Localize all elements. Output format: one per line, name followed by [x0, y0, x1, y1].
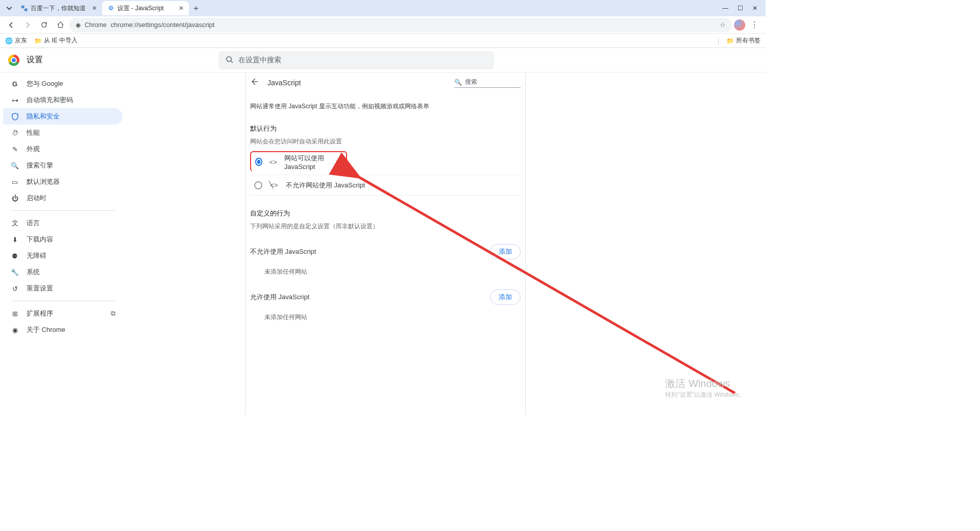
panel-description: 网站通常使用 JavaScript 显示互动功能，例如视频游戏或网络表单 — [250, 102, 521, 111]
tab-title: 百度一下，你就知道 — [31, 4, 89, 13]
section-custom-sub: 下列网站采用的是自定义设置（而非默认设置） — [250, 222, 521, 231]
close-icon[interactable]: ✕ — [92, 5, 97, 12]
search-icon: 🔍 — [454, 79, 462, 86]
a11y-icon: ⚉ — [10, 252, 19, 260]
nav-google[interactable]: G您与 Google — [3, 76, 122, 92]
code-icon: <> — [270, 158, 277, 166]
key-icon: ⊶ — [10, 96, 19, 104]
nav-search-engine[interactable]: 🔍搜索引擎 — [3, 157, 122, 174]
new-tab-button[interactable]: ＋ — [189, 1, 203, 15]
tab-settings[interactable]: ⚙ 设置 - JavaScript ✕ — [102, 1, 189, 15]
radio-label: 不允许网站使用 JavaScript — [286, 181, 365, 190]
panel-search[interactable]: 🔍搜索 — [454, 78, 521, 88]
url-text: chrome://settings/content/javascript — [111, 21, 716, 29]
address-bar[interactable]: ◉ Chrome chrome://settings/content/javas… — [69, 18, 732, 32]
browser-icon: ▭ — [10, 178, 19, 186]
external-icon: ⧉ — [111, 309, 115, 318]
google-icon: G — [10, 80, 19, 88]
nav-downloads[interactable]: ⬇下载内容 — [3, 231, 122, 248]
reload-button[interactable] — [37, 18, 51, 32]
search-icon: 🔍 — [10, 162, 19, 170]
section-default-behavior-title: 默认行为 — [250, 124, 521, 133]
paint-icon: ✎ — [10, 146, 19, 153]
titlebar: 🐾 百度一下，你就知道 ✕ ⚙ 设置 - JavaScript ✕ ＋ — ☐ … — [0, 0, 766, 16]
windows-activation-watermark: 激活 Windows 转到"设置"以激活 Windows。 — [665, 377, 745, 399]
tab-title: 设置 - JavaScript — [117, 4, 176, 13]
nav-extensions[interactable]: ⊞扩展程序⧉ — [3, 305, 122, 322]
radio-block-javascript[interactable]: <>╲ 不允许网站使用 JavaScript — [250, 175, 521, 196]
svg-point-0 — [227, 56, 231, 61]
star-icon[interactable]: ☆ — [720, 21, 726, 29]
close-icon[interactable]: ✕ — [179, 5, 184, 12]
search-placeholder: 在设置中搜索 — [238, 56, 281, 65]
paw-icon: 🐾 — [20, 5, 28, 12]
close-window-icon[interactable]: ✕ — [752, 5, 757, 12]
settings-search[interactable]: 在设置中搜索 — [218, 51, 494, 69]
forward-button[interactable] — [20, 18, 35, 32]
translate-icon: 文 — [10, 219, 19, 228]
nav-appearance[interactable]: ✎外观 — [3, 141, 122, 157]
bookmark-jd[interactable]: 🌐京东 — [5, 36, 27, 45]
allow-list-empty: 未添加任何网站 — [264, 313, 521, 322]
nav-startup[interactable]: ⏻启动时 — [3, 190, 122, 206]
menu-icon[interactable]: ⋮ — [747, 18, 762, 32]
nav-reset[interactable]: ↺重置设置 — [3, 280, 122, 297]
block-list-label: 不允许使用 JavaScript — [250, 247, 316, 256]
profile-avatar[interactable] — [734, 19, 745, 31]
panel-title: JavaScript — [267, 79, 447, 87]
window-controls: — ☐ ✕ — [722, 5, 763, 12]
bookmark-all[interactable]: 📁所有书签 — [726, 36, 761, 45]
radio-selected-icon — [255, 158, 262, 166]
wrench-icon: 🔧 — [10, 269, 19, 276]
block-list-empty: 未添加任何网站 — [264, 268, 521, 276]
code-off-icon: <>╲ — [270, 181, 279, 189]
watermark-sub: 转到"设置"以激活 Windows。 — [665, 391, 745, 399]
nav-default-browser[interactable]: ▭默认浏览器 — [3, 174, 122, 190]
bookmark-ie-import[interactable]: 📁从 IE 中导入 — [34, 36, 78, 45]
radio-unselected-icon — [254, 181, 262, 189]
minimize-icon[interactable]: — — [722, 5, 728, 12]
allow-list-label: 允许使用 JavaScript — [250, 293, 309, 302]
nav-privacy[interactable]: 隐私和安全 — [3, 108, 122, 125]
back-button[interactable] — [4, 18, 18, 32]
search-icon — [226, 56, 233, 65]
nav-accessibility[interactable]: ⚉无障碍 — [3, 248, 122, 264]
section-default-behavior-sub: 网站会在您访问时自动采用此设置 — [250, 137, 521, 146]
add-block-button[interactable]: 添加 — [490, 244, 521, 259]
radio-label: 网站可以使用 JavaScript — [284, 154, 342, 171]
back-arrow-icon[interactable] — [250, 78, 260, 88]
bookmarks-bar: 🌐京东 📁从 IE 中导入 | 📁所有书签 — [0, 34, 766, 48]
chrome-icon: ◉ — [76, 21, 81, 29]
shield-icon — [10, 113, 19, 120]
power-icon: ⏻ — [10, 195, 19, 202]
maximize-icon[interactable]: ☐ — [738, 5, 743, 12]
globe-icon: 🌐 — [5, 37, 13, 44]
radio-allow-javascript[interactable]: <> 网站可以使用 JavaScript — [250, 151, 347, 172]
download-icon: ⬇ — [10, 236, 19, 244]
allow-list-header: 允许使用 JavaScript 添加 — [250, 289, 521, 305]
chrome-logo-icon — [8, 55, 19, 66]
nav-about[interactable]: ◉关于 Chrome — [3, 322, 122, 338]
chrome-icon: ◉ — [10, 326, 19, 334]
settings-body: G您与 Google ⊶自动填充和密码 隐私和安全 ⏱性能 ✎外观 🔍搜索引擎 … — [0, 73, 766, 415]
folder-icon: 📁 — [726, 37, 734, 44]
settings-header: 设置 在设置中搜索 — [0, 48, 766, 73]
reset-icon: ↺ — [10, 285, 19, 293]
panel-header: JavaScript 🔍搜索 — [250, 73, 521, 93]
home-button[interactable] — [53, 18, 67, 32]
sidebar: G您与 Google ⊶自动填充和密码 隐私和安全 ⏱性能 ✎外观 🔍搜索引擎 … — [0, 73, 122, 415]
nav-performance[interactable]: ⏱性能 — [3, 125, 122, 141]
chrome-chip: Chrome — [85, 21, 107, 29]
section-custom-title: 自定义的行为 — [250, 209, 521, 218]
tab-dropdown[interactable] — [3, 2, 15, 14]
toolbar: ◉ Chrome chrome://settings/content/javas… — [0, 16, 766, 34]
nav-autofill[interactable]: ⊶自动填充和密码 — [3, 92, 122, 108]
tab-baidu[interactable]: 🐾 百度一下，你就知道 ✕ — [15, 1, 102, 15]
add-allow-button[interactable]: 添加 — [490, 289, 521, 305]
nav-system[interactable]: 🔧系统 — [3, 264, 122, 280]
nav-language[interactable]: 文语言 — [3, 215, 122, 231]
folder-icon: 📁 — [34, 37, 42, 44]
settings-title: 设置 — [27, 55, 43, 65]
gear-icon: ⚙ — [107, 5, 114, 12]
watermark-title: 激活 Windows — [665, 377, 745, 391]
